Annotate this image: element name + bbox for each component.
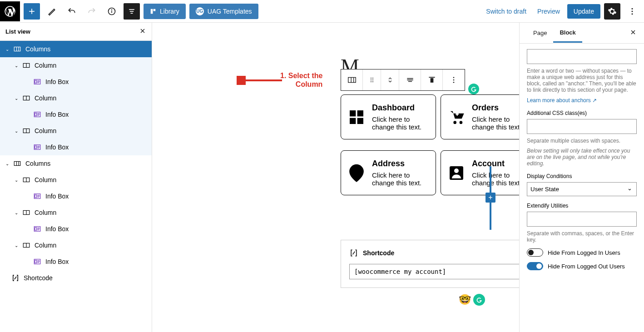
wp-logo[interactable]: [0, 1, 20, 21]
svg-point-84: [453, 121, 456, 124]
align-button[interactable]: [399, 69, 421, 90]
svg-rect-21: [35, 80, 37, 83]
listview-row-column[interactable]: ⌄Column: [0, 123, 152, 139]
column-icon: [22, 126, 31, 135]
grammarly-icon[interactable]: [468, 84, 479, 94]
user-icon: [447, 159, 466, 187]
hide-logged-in-toggle[interactable]: [527, 248, 543, 257]
css-classes-input[interactable]: [527, 119, 637, 134]
card-text[interactable]: Click here to change this text.: [372, 115, 429, 131]
card-text[interactable]: Click here to change this text.: [472, 115, 519, 131]
svg-point-66: [371, 78, 372, 79]
vertical-align-button[interactable]: [421, 69, 443, 90]
chevron-down-icon[interactable]: ⌄: [11, 178, 22, 183]
uag-templates-button[interactable]: UG UAG Templates: [189, 4, 258, 19]
hide-logged-out-toggle[interactable]: [527, 262, 543, 270]
block-more-button[interactable]: [443, 69, 465, 90]
anchor-input[interactable]: [527, 49, 637, 64]
emoji-icon[interactable]: 🤓: [459, 294, 471, 306]
chevron-down-icon[interactable]: ⌄: [11, 129, 22, 134]
listview-toggle-button[interactable]: [124, 3, 140, 20]
settings-button[interactable]: [604, 3, 620, 20]
infobox-icon: [33, 143, 42, 152]
info-card-user[interactable]: AccountClick here to change this text.: [441, 150, 519, 195]
tab-page[interactable]: Page: [527, 24, 553, 42]
chevron-down-icon[interactable]: ⌄: [2, 161, 13, 166]
listview-row-column[interactable]: ⌄Column: [0, 172, 152, 188]
library-button[interactable]: Library: [144, 4, 186, 19]
anchor-help-text: Enter a word or two — without spaces — t…: [527, 68, 637, 93]
drag-handle[interactable]: [363, 69, 381, 90]
display-conditions-label: Display Conditions: [527, 173, 637, 179]
card-text[interactable]: Click here to change this text.: [472, 171, 519, 187]
listview-row-infobox[interactable]: Info Box: [0, 139, 152, 155]
listview-row-infobox[interactable]: Info Box: [0, 74, 152, 90]
preview-link[interactable]: Preview: [534, 4, 564, 19]
listview-label: Info Box: [45, 258, 69, 265]
edit-mode-button[interactable]: [44, 3, 60, 20]
listview-label: Column: [35, 94, 56, 102]
listview-row-infobox[interactable]: Info Box: [0, 221, 152, 237]
chevron-down-icon[interactable]: ⌄: [11, 63, 22, 68]
block-settings-panel: Page Block Enter a word or two — without…: [519, 23, 644, 332]
svg-rect-80: [350, 110, 356, 116]
grammarly-icon-2[interactable]: [473, 294, 485, 306]
svg-rect-35: [35, 146, 37, 149]
card-title: Dashboard: [372, 103, 429, 113]
chevron-down-icon[interactable]: ⌄: [11, 96, 22, 101]
listview-row-column[interactable]: ⌄Column: [0, 90, 152, 106]
info-card-dashboard[interactable]: DashboardClick here to change this text.: [341, 94, 436, 139]
listview-row-column[interactable]: ⌄Column: [0, 204, 152, 221]
insert-column-button[interactable]: +: [485, 193, 495, 203]
tab-block[interactable]: Block: [553, 24, 582, 43]
listview-row-column[interactable]: ⌄Column: [0, 57, 152, 74]
more-options-button[interactable]: [624, 3, 640, 20]
shortcode-input[interactable]: [349, 264, 519, 279]
shortcode-block[interactable]: Shortcode: [341, 240, 519, 288]
add-block-button[interactable]: [24, 3, 40, 20]
info-card-cart[interactable]: OrdersClick here to change this text.: [441, 94, 519, 139]
info-card-pin[interactable]: AddressClick here to change this text.: [341, 150, 436, 195]
listview-row-columns[interactable]: ⌄Columns: [0, 41, 152, 57]
listview-row-infobox[interactable]: Info Box: [0, 188, 152, 204]
card-text[interactable]: Click here to change this text.: [372, 171, 429, 187]
infobox-icon: [33, 192, 42, 201]
update-button[interactable]: Update: [567, 4, 600, 19]
svg-rect-39: [14, 162, 20, 166]
listview-label: Info Box: [45, 111, 69, 118]
chevron-down-icon[interactable]: ⌄: [11, 210, 22, 215]
listview-row-shortcode[interactable]: Shortcode: [0, 270, 152, 286]
display-conditions-select[interactable]: User State: [527, 182, 637, 196]
dashboard-icon: [347, 103, 366, 131]
svg-rect-9: [154, 9, 156, 11]
extendify-input[interactable]: [527, 212, 637, 227]
listview-label: Info Box: [45, 225, 69, 233]
switch-draft-link[interactable]: Switch to draft: [482, 4, 530, 19]
listview-label: Info Box: [45, 193, 69, 200]
block-type-button[interactable]: [341, 69, 363, 90]
uag-label: UAG Templates: [208, 8, 252, 15]
details-button[interactable]: [104, 3, 120, 20]
undo-button[interactable]: [64, 3, 80, 20]
listview-panel: List view ⌄Columns⌄ColumnInfo Box⌄Column…: [0, 23, 152, 332]
listview-row-columns[interactable]: ⌄Columns: [0, 155, 152, 172]
anchor-learn-more-link[interactable]: Learn more about anchors ↗: [527, 97, 597, 104]
redo-button[interactable]: [84, 3, 100, 20]
listview-row-column[interactable]: ⌄Column: [0, 237, 152, 253]
listview-row-infobox[interactable]: Info Box: [0, 106, 152, 123]
svg-point-11: [632, 10, 633, 12]
chevron-down-icon[interactable]: ⌄: [2, 47, 13, 52]
card-title: Orders: [472, 103, 519, 113]
editor-canvas[interactable]: M DashboardClick here to change this tex…: [152, 23, 519, 332]
move-buttons[interactable]: [381, 69, 399, 90]
infobox-icon: [33, 77, 42, 86]
listview-row-infobox[interactable]: Info Box: [0, 253, 152, 270]
chevron-down-icon[interactable]: ⌄: [11, 243, 22, 248]
listview-label: Info Box: [45, 144, 69, 151]
panel-close-button[interactable]: [629, 29, 637, 38]
pin-icon: [347, 159, 366, 187]
column-icon: [22, 175, 31, 184]
listview-close-button[interactable]: [139, 27, 146, 36]
settings-tabs: Page Block: [520, 23, 644, 44]
css-classes-help: Separate multiple classes with spaces.: [527, 138, 637, 144]
